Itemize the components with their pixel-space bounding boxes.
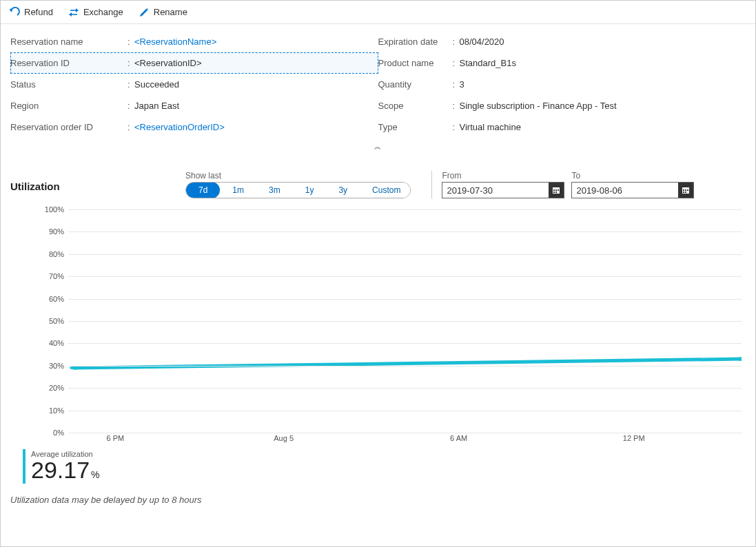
chart-gridline (68, 276, 742, 277)
range-option-3m[interactable]: 3m (256, 182, 293, 198)
action-toolbar: Refund Exchange Rename (1, 1, 755, 24)
chart-x-tick: 12 PM (623, 434, 645, 442)
range-option-1y[interactable]: 1y (293, 182, 327, 198)
detail-separator: : (127, 58, 134, 68)
svg-rect-11 (687, 189, 688, 191)
detail-row: Type:Virtual machine (378, 116, 746, 138)
detail-value: Single subscription - Finance App - Test (460, 101, 617, 111)
chart-gridline (68, 209, 742, 210)
detail-row: Reservation ID:<ReservationID> (10, 52, 378, 74)
time-range-block: Show last 7d1m3m1y3yCustom (185, 171, 411, 198)
utilization-section: Utilization Show last 7d1m3m1y3yCustom F… (1, 156, 755, 489)
detail-label: Reservation ID (10, 58, 127, 68)
detail-separator: : (127, 37, 134, 47)
chart-gridline (68, 411, 742, 411)
svg-rect-9 (683, 189, 684, 191)
utilization-title: Utilization (10, 171, 185, 192)
detail-label: Expiration date (378, 37, 453, 47)
detail-row: Region:Japan East (10, 95, 378, 116)
chart-x-axis: 6 PMAug 56 AM12 PM (68, 434, 742, 446)
detail-value[interactable]: <ReservationOrderID> (134, 122, 225, 132)
detail-row: Product name:Standard_B1s (378, 52, 746, 74)
detail-label: Quantity (378, 79, 453, 90)
chart-gridline (68, 254, 742, 255)
detail-label: Status (10, 79, 127, 90)
chart-y-tick: 30% (30, 362, 64, 370)
detail-separator: : (453, 101, 460, 111)
metric-accent-bar (23, 449, 25, 484)
from-date-input[interactable]: 2019-07-30 (442, 182, 564, 198)
refund-button[interactable]: Refund (6, 4, 56, 21)
svg-rect-5 (553, 192, 555, 193)
svg-rect-6 (555, 192, 557, 193)
chart-y-tick: 70% (30, 272, 64, 280)
rename-button[interactable]: Rename (136, 4, 190, 21)
to-date-value: 2019-08-06 (572, 185, 678, 196)
detail-row: Reservation name:<ReservationName> (10, 31, 378, 52)
detail-label: Scope (378, 101, 453, 111)
detail-label: Reservation order ID (10, 122, 127, 132)
refund-label: Refund (24, 7, 53, 17)
detail-row: Status:Succeeded (10, 74, 378, 95)
detail-label: Type (378, 122, 453, 132)
range-option-custom[interactable]: Custom (360, 182, 410, 198)
detail-value: Virtual machine (460, 122, 521, 132)
collapse-toggle[interactable]: ︽ (1, 141, 755, 156)
chart-gridline (68, 321, 742, 322)
detail-separator: : (453, 37, 460, 47)
detail-separator: : (127, 122, 134, 132)
date-to-item: To 2019-08-06 (571, 171, 694, 198)
svg-rect-3 (555, 189, 557, 191)
exchange-label: Exchange (83, 7, 123, 17)
time-range-pill: 7d1m3m1y3yCustom (185, 182, 411, 198)
svg-rect-8 (682, 187, 689, 189)
detail-value[interactable]: <ReservationName> (134, 37, 216, 47)
chart-gridline (68, 433, 742, 433)
range-option-7d[interactable]: 7d (186, 182, 220, 198)
chart-y-tick: 60% (30, 295, 64, 303)
exchange-button[interactable]: Exchange (65, 4, 126, 21)
detail-label: Product name (378, 58, 453, 68)
show-last-label: Show last (185, 171, 411, 180)
details-right-column: Expiration date:08/04/2020Product name:S… (378, 31, 746, 138)
svg-rect-12 (683, 192, 684, 193)
to-date-input[interactable]: 2019-08-06 (571, 182, 694, 198)
detail-row: Scope:Single subscription - Finance App … (378, 95, 746, 116)
pencil-icon (139, 7, 150, 18)
detail-label: Region (10, 101, 127, 111)
chart-gridline (68, 388, 742, 389)
chart-y-tick: 50% (30, 317, 64, 325)
calendar-icon[interactable] (678, 183, 693, 198)
chart-y-tick: 20% (30, 384, 64, 392)
detail-label: Reservation name (10, 37, 127, 47)
detail-row: Quantity:3 (378, 74, 746, 95)
chart-y-tick: 40% (30, 339, 64, 347)
svg-rect-13 (685, 192, 686, 193)
detail-separator: : (127, 101, 134, 111)
range-option-3y[interactable]: 3y (326, 182, 360, 198)
to-label: To (571, 171, 694, 180)
detail-value: <ReservationID> (134, 58, 202, 68)
calendar-icon[interactable] (549, 183, 564, 198)
utilization-chart: 6 PMAug 56 AM12 PM 100%90%80%70%60%50%40… (10, 205, 746, 446)
detail-value: 08/04/2020 (460, 37, 504, 47)
date-range-block: From 2019-07-30 To 2019-08-06 (431, 171, 694, 198)
range-option-1m[interactable]: 1m (220, 182, 256, 198)
detail-separator: : (453, 122, 460, 132)
chart-y-tick: 10% (30, 406, 64, 415)
from-date-value: 2019-07-30 (442, 185, 549, 196)
detail-row: Reservation order ID:<ReservationOrderID… (10, 116, 378, 138)
svg-rect-10 (685, 189, 686, 191)
exchange-icon (68, 7, 79, 18)
svg-rect-2 (553, 189, 555, 191)
chart-x-tick: 6 PM (107, 434, 125, 442)
chart-gridline (68, 231, 742, 232)
date-from-item: From 2019-07-30 (442, 171, 564, 198)
chart-x-tick: 6 AM (450, 434, 467, 442)
detail-value: Standard_B1s (460, 58, 516, 68)
details-left-column: Reservation name:<ReservationName>Reserv… (10, 31, 378, 138)
utilization-footnote: Utilization data may be delayed by up to… (1, 489, 755, 512)
chart-y-tick: 80% (30, 250, 64, 258)
chart-gridline (68, 366, 742, 367)
details-section: Reservation name:<ReservationName>Reserv… (1, 24, 755, 141)
